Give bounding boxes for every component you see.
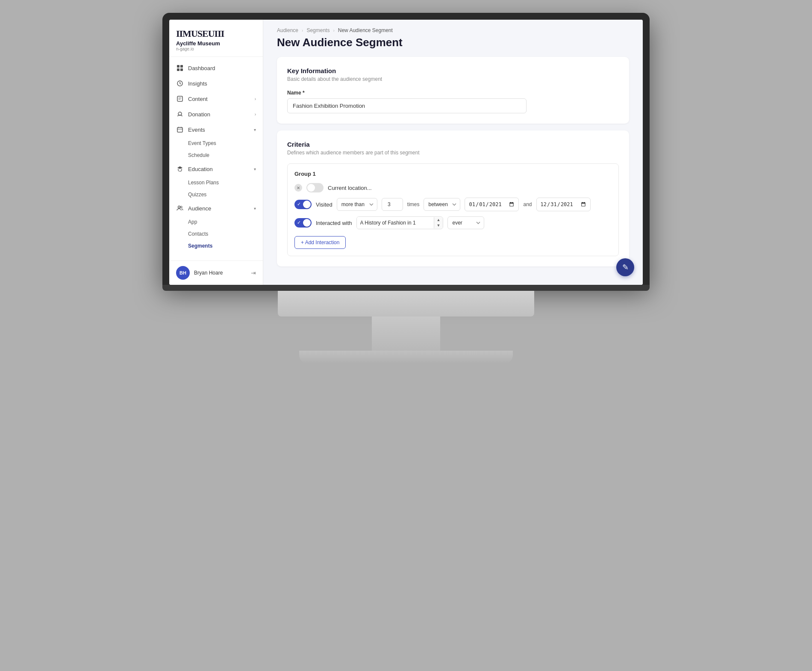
- key-information-card: Key Information Basic details about the …: [277, 57, 629, 124]
- sidebar-item-schedule[interactable]: Schedule: [169, 149, 263, 161]
- location-row: ✕ Current location...: [294, 183, 612, 192]
- key-info-subtitle: Basic details about the audience segment: [287, 76, 619, 82]
- sidebar-item-education[interactable]: Education ▾: [169, 161, 263, 177]
- education-icon: [176, 165, 184, 173]
- nav-section: Dashboard Insights Content ›: [169, 57, 263, 260]
- audience-arrow: ▾: [254, 206, 256, 211]
- education-arrow: ▾: [254, 167, 256, 171]
- time-range-select[interactable]: between ever before after: [424, 198, 460, 211]
- spinner-up[interactable]: ▲: [434, 217, 443, 223]
- content-area: Key Information Basic details about the …: [263, 57, 643, 280]
- monitor-stand-top: [278, 291, 534, 316]
- remove-location-btn[interactable]: ✕: [294, 184, 302, 192]
- visited-row: ✓ Visited more than less than exactly: [294, 198, 612, 211]
- insights-label: Insights: [188, 80, 207, 87]
- sidebar-item-quizzes[interactable]: Quizzes: [169, 189, 263, 201]
- sidebar-item-dashboard[interactable]: Dashboard: [169, 60, 263, 76]
- sidebar-item-donation[interactable]: Donation ›: [169, 106, 263, 122]
- breadcrumb: Audience › Segments › New Audience Segme…: [263, 20, 643, 33]
- key-info-title: Key Information: [287, 67, 619, 74]
- frequency-select[interactable]: more than less than exactly: [337, 198, 377, 211]
- breadcrumb-sep-1: ›: [302, 28, 303, 33]
- sidebar-item-lesson-plans[interactable]: Lesson Plans: [169, 177, 263, 189]
- add-interaction-button[interactable]: + Add Interaction: [294, 236, 346, 249]
- visit-count-input[interactable]: [382, 198, 403, 211]
- location-toggle[interactable]: [306, 183, 324, 192]
- svg-rect-1: [180, 65, 183, 68]
- contacts-label: Contacts: [188, 231, 208, 237]
- interaction-value-input[interactable]: [357, 217, 434, 229]
- toggle-check-icon: ✓: [297, 201, 301, 207]
- audience-icon: [176, 204, 184, 212]
- interacted-toggle[interactable]: ✓: [294, 218, 312, 228]
- date-from-input[interactable]: [465, 198, 519, 211]
- sidebar-item-event-types[interactable]: Event Types: [169, 137, 263, 149]
- svg-rect-7: [177, 127, 182, 132]
- spinner-down[interactable]: ▼: [434, 223, 443, 228]
- dashboard-label: Dashboard: [188, 65, 215, 71]
- breadcrumb-current: New Audience Segment: [338, 27, 393, 33]
- main-content: Audience › Segments › New Audience Segme…: [263, 20, 643, 285]
- sidebar-item-insights[interactable]: Insights: [169, 76, 263, 91]
- museum-name: Aycliffe Museum: [176, 40, 256, 47]
- content-icon: [176, 95, 184, 103]
- user-name: Bryan Hoare: [194, 270, 247, 276]
- events-icon: [176, 126, 184, 133]
- sidebar-item-content[interactable]: Content ›: [169, 91, 263, 106]
- location-label: Current location...: [328, 185, 372, 191]
- breadcrumb-audience[interactable]: Audience: [277, 27, 298, 33]
- content-arrow: ›: [255, 97, 256, 101]
- sidebar-item-app[interactable]: App: [169, 216, 263, 228]
- criteria-card: Criteria Defines which audience members …: [277, 130, 629, 266]
- add-interaction-label: + Add Interaction: [301, 239, 339, 245]
- sidebar-item-events[interactable]: Events ▾: [169, 122, 263, 137]
- events-label: Events: [188, 127, 205, 133]
- donation-arrow: ›: [255, 112, 256, 117]
- name-label: Name *: [287, 90, 619, 96]
- sidebar-item-audience[interactable]: Audience ▾: [169, 201, 263, 216]
- event-types-label: Event Types: [188, 140, 216, 146]
- breadcrumb-sep-2: ›: [333, 28, 334, 33]
- visited-toggle[interactable]: ✓: [294, 200, 312, 209]
- name-input[interactable]: [287, 98, 527, 113]
- page-title: New Audience Segment: [263, 33, 643, 57]
- content-wrapper: Key Information Basic details about the …: [263, 57, 643, 285]
- lesson-plans-label: Lesson Plans: [188, 180, 219, 186]
- interaction-select-wrapper: ▲ ▼: [356, 216, 444, 229]
- group-box: Group 1 ✕ Current location...: [287, 163, 619, 256]
- svg-rect-0: [177, 65, 179, 68]
- app-label: App: [188, 219, 197, 225]
- interaction-spinner[interactable]: ▲ ▼: [434, 217, 443, 228]
- segments-label: Segments: [188, 243, 212, 249]
- svg-point-8: [178, 206, 180, 208]
- avatar: BH: [176, 266, 190, 280]
- events-arrow: ▾: [254, 127, 256, 132]
- monitor-stand-base: [299, 351, 513, 364]
- content-label: Content: [188, 96, 208, 102]
- ever-select[interactable]: ever between before after: [447, 216, 484, 229]
- logo-area: IIMUSEUIII Aycliffe Museum n-gage.io: [169, 20, 263, 57]
- criteria-subtitle: Defines which audience members are part …: [287, 150, 619, 156]
- sidebar-item-segments[interactable]: Segments: [169, 240, 263, 252]
- quizzes-label: Quizzes: [188, 192, 206, 198]
- donation-icon: [176, 110, 184, 118]
- interacted-row: ✓ Interacted with ▲ ▼: [294, 216, 612, 229]
- education-label: Education: [188, 166, 213, 172]
- sidebar-item-contacts[interactable]: Contacts: [169, 228, 263, 240]
- criteria-title: Criteria: [287, 141, 619, 148]
- toggle-check-icon-2: ✓: [297, 220, 301, 225]
- logo-icon: IIMUSEUIII: [176, 28, 256, 39]
- breadcrumb-segments[interactable]: Segments: [306, 27, 330, 33]
- svg-rect-3: [180, 68, 183, 71]
- edit-fab-button[interactable]: ✎: [616, 258, 634, 276]
- times-label: times: [407, 201, 420, 207]
- svg-rect-5: [177, 96, 182, 101]
- group-title: Group 1: [294, 171, 612, 177]
- date-to-input[interactable]: [536, 198, 591, 211]
- sidebar: IIMUSEUIII Aycliffe Museum n-gage.io Das…: [169, 20, 263, 285]
- logo-domain: n-gage.io: [176, 47, 256, 51]
- insights-icon: [176, 80, 184, 87]
- monitor-bottom-bar: [162, 285, 650, 291]
- interacted-label: Interacted with: [316, 220, 352, 226]
- logout-icon[interactable]: ⇥: [251, 269, 256, 276]
